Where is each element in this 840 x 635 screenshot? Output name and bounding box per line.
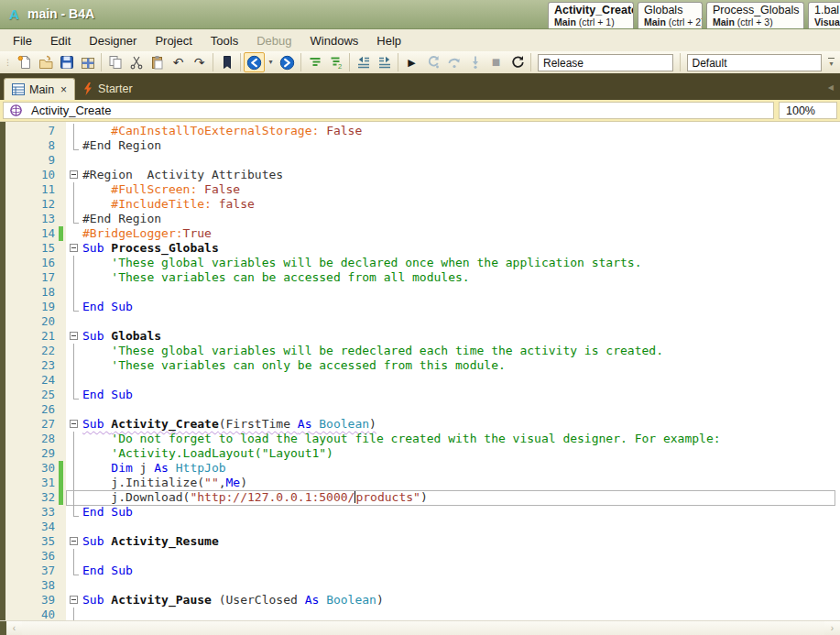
line-number[interactable]: 24 bbox=[0, 373, 55, 388]
line-number[interactable]: 34 bbox=[0, 520, 55, 534]
step-into-button[interactable] bbox=[464, 52, 485, 72]
line-number[interactable]: 26 bbox=[0, 402, 55, 417]
code-line-19[interactable]: 19End Sub bbox=[0, 300, 840, 314]
code-line-35[interactable]: 35Sub Activity_Resume bbox=[0, 534, 840, 549]
tab-main[interactable]: Main× bbox=[4, 78, 75, 100]
line-number[interactable]: 28 bbox=[0, 432, 55, 446]
line-number[interactable]: 29 bbox=[0, 446, 55, 461]
menu-file[interactable]: File bbox=[4, 30, 41, 51]
code-line-21[interactable]: 21Sub Globals bbox=[0, 329, 840, 344]
outdent-button[interactable] bbox=[353, 52, 374, 72]
member-dropdown[interactable]: Activity_Create bbox=[3, 102, 774, 119]
quick-card-process_globals[interactable]: Process_GlobalsMain (ctrl + 3) bbox=[706, 2, 804, 28]
nav-back-menu-button[interactable]: ▾ bbox=[265, 52, 277, 72]
save-button[interactable] bbox=[56, 52, 77, 72]
open-button[interactable] bbox=[35, 52, 56, 72]
code-line-8[interactable]: 8#End Region bbox=[0, 138, 840, 153]
code-line-7[interactable]: 7 #CanInstallToExternalStorage: False bbox=[0, 124, 840, 138]
fold-collapse-icon[interactable] bbox=[70, 596, 78, 604]
line-number[interactable]: 30 bbox=[0, 461, 55, 476]
line-number[interactable]: 37 bbox=[0, 564, 55, 578]
line-number[interactable]: 22 bbox=[0, 344, 55, 358]
code-line-9[interactable]: 9 bbox=[0, 153, 840, 168]
quick-card-1.bal[interactable]: 1.balVisual bbox=[808, 2, 840, 28]
code-line-17[interactable]: 17 'These variables can be accessed from… bbox=[0, 270, 840, 285]
nav-forward-button[interactable] bbox=[277, 52, 298, 72]
line-number[interactable]: 8 bbox=[0, 138, 55, 153]
code-line-22[interactable]: 22 'These global variables will be redec… bbox=[0, 344, 840, 358]
resume-button[interactable] bbox=[422, 52, 443, 72]
line-number[interactable]: 31 bbox=[0, 476, 55, 490]
reformat-button[interactable] bbox=[304, 52, 325, 72]
code-line-28[interactable]: 28 'Do not forget to load the layout fil… bbox=[0, 432, 840, 446]
code-line-27[interactable]: 27Sub Activity_Create(FirstTime As Boole… bbox=[0, 417, 840, 432]
line-number[interactable]: 17 bbox=[0, 270, 55, 285]
fold-collapse-icon[interactable] bbox=[70, 332, 78, 340]
line-number[interactable]: 13 bbox=[0, 212, 55, 226]
reformat-module-button[interactable]: 2 bbox=[325, 52, 346, 72]
line-number[interactable]: 25 bbox=[0, 388, 55, 402]
line-number[interactable]: 35 bbox=[0, 534, 55, 549]
rebuild-button[interactable] bbox=[507, 52, 528, 72]
line-number[interactable]: 11 bbox=[0, 182, 55, 197]
line-number[interactable]: 7 bbox=[0, 124, 55, 138]
menu-help[interactable]: Help bbox=[367, 30, 410, 51]
line-number[interactable]: 16 bbox=[0, 256, 55, 270]
code-line-26[interactable]: 26 bbox=[0, 402, 840, 417]
code-line-39[interactable]: 39Sub Activity_Pause (UserClosed As Bool… bbox=[0, 593, 840, 608]
tab-starter[interactable]: Starter bbox=[75, 78, 140, 100]
scroll-left-button[interactable]: ‹ bbox=[6, 621, 22, 635]
code-line-13[interactable]: 13#End Region bbox=[0, 212, 840, 226]
code-line-10[interactable]: 10#Region Activity Attributes bbox=[0, 168, 840, 182]
bookmark-button[interactable] bbox=[216, 52, 237, 72]
line-number[interactable]: 36 bbox=[0, 549, 55, 564]
code-line-37[interactable]: 37End Sub bbox=[0, 564, 840, 578]
line-number[interactable]: 18 bbox=[0, 285, 55, 300]
line-number[interactable]: 14 bbox=[0, 226, 55, 241]
quick-card-globals[interactable]: GlobalsMain (ctrl + 2) bbox=[638, 2, 703, 28]
new-file-button[interactable] bbox=[14, 52, 35, 72]
paste-button[interactable] bbox=[147, 52, 168, 72]
code-line-29[interactable]: 29 'Activity.LoadLayout("Layout1") bbox=[0, 446, 840, 461]
code-line-23[interactable]: 23 'These variables can only be accessed… bbox=[0, 358, 840, 373]
editor-zoom-level[interactable]: 100% bbox=[779, 102, 837, 119]
fold-collapse-icon[interactable] bbox=[70, 420, 78, 428]
menu-tools[interactable]: Tools bbox=[202, 30, 247, 51]
quick-card-activity_create[interactable]: Activity_CreateMain (ctrl + 1) bbox=[548, 2, 634, 28]
close-tab-icon[interactable]: × bbox=[60, 84, 67, 95]
code-line-40[interactable]: 40 bbox=[0, 608, 840, 620]
code-line-36[interactable]: 36 bbox=[0, 549, 840, 564]
horizontal-scrollbar[interactable]: ‹ › bbox=[0, 620, 840, 635]
line-number[interactable]: 39 bbox=[0, 593, 55, 608]
line-number[interactable]: 10 bbox=[0, 168, 55, 182]
nav-back-button[interactable] bbox=[244, 52, 265, 72]
fold-collapse-icon[interactable] bbox=[70, 244, 78, 252]
line-number[interactable]: 40 bbox=[0, 608, 55, 620]
line-number[interactable]: 33 bbox=[0, 505, 55, 520]
cut-button[interactable] bbox=[125, 52, 147, 72]
line-number[interactable]: 12 bbox=[0, 197, 55, 212]
scroll-right-button[interactable]: › bbox=[824, 621, 840, 635]
menu-edit[interactable]: Edit bbox=[41, 30, 80, 51]
indent-button[interactable] bbox=[374, 52, 395, 72]
build-configuration-select[interactable]: Release bbox=[538, 54, 673, 71]
line-number[interactable]: 19 bbox=[0, 300, 55, 314]
code-line-34[interactable]: 34 bbox=[0, 520, 840, 534]
line-number[interactable]: 15 bbox=[0, 241, 55, 256]
line-number[interactable]: 9 bbox=[0, 153, 55, 168]
code-line-31[interactable]: 31 j.Initialize("",Me) bbox=[0, 476, 840, 490]
code-line-14[interactable]: 14#BridgeLogger:True bbox=[0, 226, 840, 241]
redo-button[interactable]: ↷ bbox=[189, 52, 210, 72]
undo-button[interactable]: ↶ bbox=[168, 52, 189, 72]
line-number[interactable]: 20 bbox=[0, 314, 55, 329]
code-line-30[interactable]: 30 Dim j As HttpJob bbox=[0, 461, 840, 476]
layout-variant-select[interactable]: Default bbox=[687, 54, 823, 71]
code-line-15[interactable]: 15Sub Process_Globals bbox=[0, 241, 840, 256]
code-editor[interactable]: 7 #CanInstallToExternalStorage: False8#E… bbox=[0, 122, 840, 620]
toolbar-overflow-button[interactable]: ▾ bbox=[825, 56, 837, 70]
menu-project[interactable]: Project bbox=[146, 30, 201, 51]
menu-windows[interactable]: Windows bbox=[301, 30, 368, 51]
code-line-38[interactable]: 38 bbox=[0, 578, 840, 593]
fold-collapse-icon[interactable] bbox=[70, 170, 78, 179]
code-line-25[interactable]: 25End Sub bbox=[0, 388, 840, 402]
